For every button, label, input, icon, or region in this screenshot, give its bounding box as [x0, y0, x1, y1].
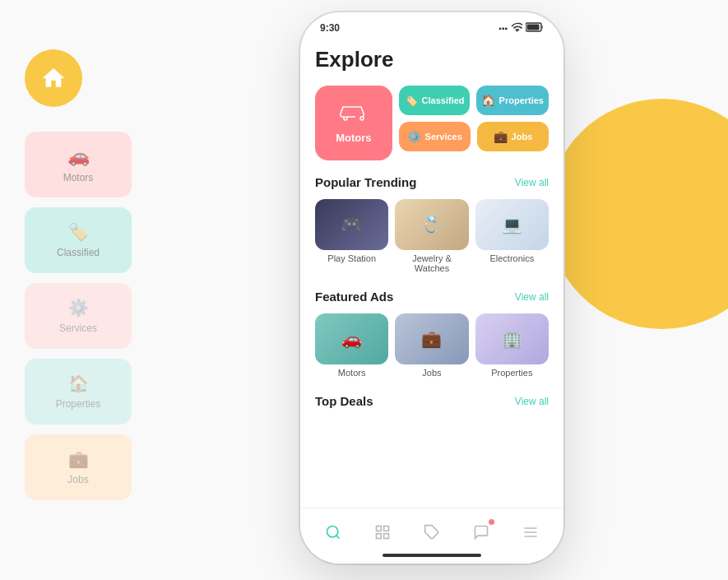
- background-decoration: [547, 99, 728, 329]
- feat-item-properties[interactable]: 🏢 Properties: [475, 313, 549, 378]
- motors-icon: 🚗: [67, 146, 90, 167]
- featured-ads-header: Featured Ads View all: [315, 290, 549, 304]
- battery-icon: [526, 22, 544, 34]
- popular-trending-view-all[interactable]: View all: [515, 177, 549, 188]
- cat-top-row: 🏷️ Classified 🏠 Properties: [399, 86, 549, 115]
- popular-trending-title: Popular Trending: [315, 175, 416, 189]
- electronics-label: Electronics: [489, 253, 534, 263]
- feat-item-jobs[interactable]: 💼 Jobs: [395, 313, 468, 378]
- jobs-category-label: Jobs: [512, 132, 533, 142]
- feat-jobs-label: Jobs: [422, 368, 441, 378]
- sidebar-item-classified[interactable]: 🏷️ Classified: [25, 207, 132, 273]
- sidebar-item-jobs[interactable]: 💼 Jobs: [25, 434, 132, 500]
- wifi-icon: [511, 22, 522, 34]
- sidebar-item-properties[interactable]: 🏠 Properties: [25, 359, 132, 425]
- top-deals-header: Top Deals View all: [315, 394, 549, 408]
- feat-jobs-image: 💼: [395, 313, 468, 364]
- status-icons: ▪▪▪: [498, 22, 544, 34]
- feat-motors-label: Motors: [338, 368, 366, 378]
- sidebar-services-label: Services: [59, 322, 97, 334]
- electronics-image: 💻: [475, 199, 549, 250]
- phone-content: Explore Motors 🏷️ Classified: [300, 34, 563, 519]
- playstation-label: Play Station: [327, 253, 376, 263]
- trend-item-playstation[interactable]: 🎮 Play Station: [315, 199, 388, 273]
- trend-item-electronics[interactable]: 💻 Electronics: [475, 199, 549, 273]
- motors-category-label: Motors: [336, 132, 371, 144]
- services-category-label: Services: [425, 132, 462, 142]
- svg-rect-1: [527, 25, 540, 30]
- sidebar-item-services[interactable]: ⚙️ Services: [25, 283, 132, 349]
- classified-category-label: Classified: [422, 95, 465, 105]
- trend-item-jewelry[interactable]: 💍 Jewelry & Watches: [395, 199, 468, 273]
- playstation-image: 🎮: [315, 199, 388, 250]
- popular-trending-header: Popular Trending View all: [315, 175, 549, 189]
- nav-menu[interactable]: [516, 517, 545, 547]
- category-properties[interactable]: 🏠 Properties: [476, 86, 549, 115]
- home-icon: [40, 65, 67, 91]
- category-grid: Motors 🏷️ Classified 🏠 Properties: [315, 86, 549, 160]
- jobs-category-icon: 💼: [494, 130, 508, 143]
- category-classified[interactable]: 🏷️ Classified: [399, 86, 470, 115]
- sidebar-classified-label: Classified: [57, 247, 100, 258]
- featured-ads-title: Featured Ads: [315, 290, 393, 304]
- status-time: 9:30: [320, 22, 340, 34]
- sidebar: 🚗 Motors 🏷️ Classified ⚙️ Services 🏠 Pro…: [25, 49, 206, 510]
- jewelry-image: 💍: [395, 199, 468, 250]
- tag-nav-icon: [424, 524, 440, 541]
- feat-motors-image: 🚗: [315, 313, 388, 364]
- signal-icon: ▪▪▪: [498, 24, 508, 33]
- nav-chat[interactable]: [466, 517, 496, 547]
- svg-point-2: [327, 526, 338, 536]
- feat-item-motors[interactable]: 🚗 Motors: [315, 313, 388, 378]
- properties-category-icon: 🏠: [481, 94, 495, 107]
- sidebar-properties-label: Properties: [56, 398, 101, 410]
- category-services[interactable]: ⚙️ Services: [399, 122, 471, 151]
- list-nav-icon: [374, 524, 391, 541]
- nav-list[interactable]: [368, 517, 397, 547]
- phone-screen: 9:30 ▪▪▪ Explore Motors: [300, 12, 563, 564]
- top-deals-view-all[interactable]: View all: [515, 396, 549, 407]
- trending-grid: 🎮 Play Station 💍 Jewelry & Watches 💻 Ele…: [315, 199, 549, 273]
- sidebar-jobs-label: Jobs: [67, 474, 88, 485]
- services-category-icon: ⚙️: [407, 130, 421, 143]
- feat-properties-image: 🏢: [475, 313, 549, 364]
- category-right: 🏷️ Classified 🏠 Properties ⚙️ Services: [399, 86, 549, 151]
- services-icon: ⚙️: [68, 298, 89, 318]
- top-deals-title: Top Deals: [315, 394, 373, 408]
- top-deals-placeholder: [315, 418, 549, 459]
- phone-mockup: 9:30 ▪▪▪ Explore Motors: [300, 12, 563, 564]
- sidebar-motors-label: Motors: [63, 172, 94, 183]
- category-motors[interactable]: Motors: [315, 86, 392, 160]
- svg-rect-4: [384, 526, 389, 531]
- properties-icon: 🏠: [68, 374, 89, 393]
- phone-notch: [391, 12, 473, 30]
- menu-nav-icon: [522, 524, 539, 541]
- nav-explore[interactable]: [318, 517, 348, 547]
- explore-title: Explore: [315, 47, 549, 72]
- svg-rect-5: [384, 533, 389, 538]
- jewelry-label: Jewelry & Watches: [395, 253, 468, 273]
- chat-badge: [489, 519, 494, 525]
- chat-nav-icon: [473, 524, 489, 541]
- feat-properties-label: Properties: [491, 368, 532, 378]
- featured-ads-view-all[interactable]: View all: [515, 291, 549, 303]
- explore-nav-icon: [325, 524, 341, 541]
- svg-rect-3: [377, 526, 382, 531]
- cat-bottom-row: ⚙️ Services 💼 Jobs: [399, 122, 549, 151]
- nav-tag[interactable]: [417, 517, 447, 547]
- home-indicator: [383, 554, 481, 557]
- properties-category-label: Properties: [499, 95, 544, 105]
- svg-rect-6: [377, 533, 382, 538]
- classified-category-icon: 🏷️: [404, 94, 418, 107]
- jobs-icon: 💼: [68, 449, 89, 469]
- category-jobs[interactable]: 💼 Jobs: [477, 122, 549, 151]
- sidebar-item-motors[interactable]: 🚗 Motors: [25, 132, 132, 197]
- classified-icon: 🏷️: [68, 222, 89, 242]
- motors-category-icon: [339, 102, 369, 125]
- home-icon-circle[interactable]: [25, 49, 82, 107]
- featured-grid: 🚗 Motors 💼 Jobs 🏢 Properties: [315, 313, 549, 378]
